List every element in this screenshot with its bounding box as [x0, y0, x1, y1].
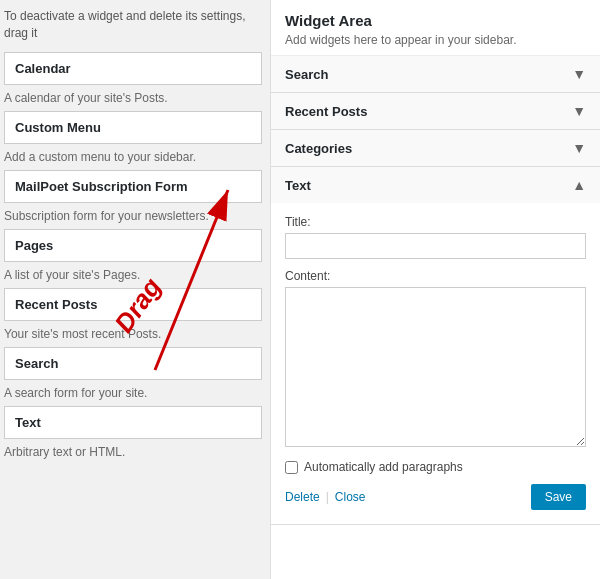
widget-name-search: Search	[15, 356, 251, 371]
widget-name-mailpoet: MailPoet Subscription Form	[15, 179, 251, 194]
accordion-title-text: Text	[285, 178, 311, 193]
widget-area-desc: Add widgets here to appear in your sideb…	[285, 33, 586, 47]
widget-desc-recent-posts: Your site's most recent Posts.	[4, 323, 262, 347]
close-link[interactable]: Close	[335, 490, 366, 504]
widget-list-panel: To deactivate a widget and delete its se…	[0, 0, 270, 473]
widget-item-custom-menu[interactable]: Custom Menu	[4, 111, 262, 144]
widget-name-calendar: Calendar	[15, 61, 251, 76]
content-field-label: Content:	[285, 269, 586, 283]
widget-area-header: Widget Area Add widgets here to appear i…	[271, 0, 600, 56]
delete-link[interactable]: Delete	[285, 490, 320, 504]
widget-desc-calendar: A calendar of your site's Posts.	[4, 87, 262, 111]
widget-name-text: Text	[15, 415, 251, 430]
widget-desc-pages: A list of your site's Pages.	[4, 264, 262, 288]
widget-name-custom-menu: Custom Menu	[15, 120, 251, 135]
accordion-header-categories[interactable]: Categories ▼	[271, 130, 600, 166]
action-links: Delete | Close	[285, 490, 366, 504]
widget-item-calendar[interactable]: Calendar	[4, 52, 262, 85]
accordion-search: Search ▼	[271, 56, 600, 93]
widget-name-pages: Pages	[15, 238, 251, 253]
chevron-down-icon-categories: ▼	[572, 140, 586, 156]
right-panel: Widget Area Add widgets here to appear i…	[270, 0, 600, 579]
action-separator: |	[326, 490, 329, 504]
widget-item-mailpoet[interactable]: MailPoet Subscription Form	[4, 170, 262, 203]
widget-item-search[interactable]: Search	[4, 347, 262, 380]
widget-desc-text: Arbitrary text or HTML.	[4, 441, 262, 465]
auto-paragraphs-row: Automatically add paragraphs	[285, 460, 586, 474]
content-field-textarea[interactable]	[285, 287, 586, 447]
widget-name-recent-posts: Recent Posts	[15, 297, 251, 312]
accordion-title-recent-posts: Recent Posts	[285, 104, 367, 119]
widget-desc-search: A search form for your site.	[4, 382, 262, 406]
chevron-down-icon-recent-posts: ▼	[572, 103, 586, 119]
accordion-header-text[interactable]: Text ▲	[271, 167, 600, 203]
accordion-header-recent-posts[interactable]: Recent Posts ▼	[271, 93, 600, 129]
chevron-down-icon-search: ▼	[572, 66, 586, 82]
widget-area-title: Widget Area	[285, 12, 586, 29]
auto-paragraphs-checkbox[interactable]	[285, 461, 298, 474]
widget-item-text[interactable]: Text	[4, 406, 262, 439]
title-field-input[interactable]	[285, 233, 586, 259]
text-widget-content: Title: Content: Automatically add paragr…	[271, 203, 600, 524]
accordion-title-search: Search	[285, 67, 328, 82]
instruction-text: To deactivate a widget and delete its se…	[4, 8, 262, 42]
save-button[interactable]: Save	[531, 484, 586, 510]
widget-desc-mailpoet: Subscription form for your newsletters.	[4, 205, 262, 229]
widget-item-pages[interactable]: Pages	[4, 229, 262, 262]
left-panel: To deactivate a widget and delete its se…	[0, 0, 270, 579]
chevron-up-icon-text: ▲	[572, 177, 586, 193]
title-field-label: Title:	[285, 215, 586, 229]
auto-paragraphs-label: Automatically add paragraphs	[304, 460, 463, 474]
accordion-header-search[interactable]: Search ▼	[271, 56, 600, 92]
accordion-text: Text ▲ Title: Content: Automatically add…	[271, 167, 600, 525]
widget-item-recent-posts[interactable]: Recent Posts	[4, 288, 262, 321]
widget-action-row: Delete | Close Save	[285, 484, 586, 510]
widget-desc-custom-menu: Add a custom menu to your sidebar.	[4, 146, 262, 170]
accordion-title-categories: Categories	[285, 141, 352, 156]
accordion-recent-posts: Recent Posts ▼	[271, 93, 600, 130]
accordion-categories: Categories ▼	[271, 130, 600, 167]
